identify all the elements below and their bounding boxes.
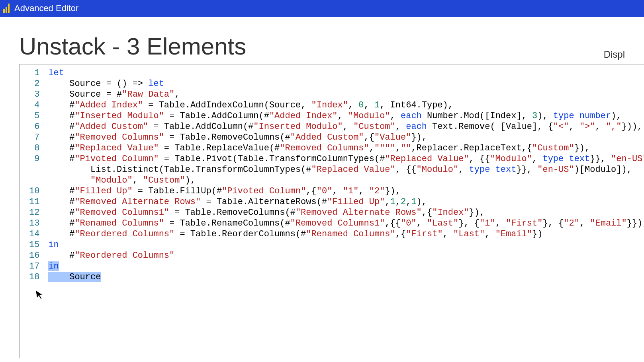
line-number: 3 [29, 89, 39, 100]
line-number: 18 [29, 272, 39, 282]
code-line: Source = #"Raw Data", [43, 89, 644, 100]
line-number: 5 [29, 111, 39, 121]
code-line: let [43, 68, 644, 78]
line-number: 1 [29, 68, 39, 78]
code-editor[interactable]: 1 2 3 4 5 6 7 8 9 10 11 12 13 14 15 16 1… [19, 64, 644, 358]
line-number: 9 [29, 154, 39, 164]
line-number [29, 175, 39, 186]
code-line: Source = () => let [43, 78, 644, 89]
code-line: #"Removed Columns1" = Table.RemoveColumn… [43, 207, 644, 218]
code-line: #"Replaced Value" = Table.ReplaceValue(#… [43, 143, 644, 154]
line-number: 14 [29, 229, 39, 239]
code-line: #"Inserted Modulo" = Table.AddColumn(#"A… [43, 111, 644, 121]
display-options-label[interactable]: Displ [604, 49, 625, 60]
code-line: #"Removed Columns" = Table.RemoveColumns… [43, 132, 644, 143]
line-number: 6 [29, 121, 39, 132]
line-number: 15 [29, 239, 39, 250]
query-header: Unstack - 3 Elements Displ [0, 17, 644, 64]
line-number [29, 164, 39, 175]
app-title: Advanced Editor [14, 3, 78, 14]
line-number: 4 [29, 100, 39, 111]
line-number: 8 [29, 143, 39, 154]
line-number: 13 [29, 218, 39, 229]
code-line: #"Reordered Columns" [43, 250, 644, 261]
line-number: 17 [29, 261, 39, 272]
code-pane[interactable]: let Source = () => let Source = #"Raw Da… [43, 64, 644, 358]
line-number: 16 [29, 250, 39, 261]
code-line: #"Filled Up" = Table.FillUp(#"Pivoted Co… [43, 186, 644, 197]
code-line: Source [43, 272, 644, 282]
code-line: #"Renamed Columns" = Table.RenameColumns… [43, 218, 644, 229]
line-number: 11 [29, 197, 39, 207]
code-line: #"Reordered Columns" = Table.ReorderColu… [43, 229, 644, 239]
title-bar: Advanced Editor [0, 0, 644, 17]
powerbi-icon [3, 4, 10, 13]
line-number: 10 [29, 186, 39, 197]
line-number: 7 [29, 132, 39, 143]
code-line: #"Added Index" = Table.AddIndexColumn(So… [43, 100, 644, 111]
query-name: Unstack - 3 Elements [19, 33, 246, 60]
code-line: List.Distinct(Table.TransformColumnTypes… [43, 164, 644, 175]
code-line: in [43, 239, 644, 250]
code-line: in [43, 261, 644, 272]
line-number-gutter: 1 2 3 4 5 6 7 8 9 10 11 12 13 14 15 16 1… [20, 64, 43, 358]
line-number: 12 [29, 207, 39, 218]
code-line: #"Added Custom" = Table.AddColumn(#"Inse… [43, 121, 644, 132]
code-line: #"Removed Alternate Rows" = Table.Altern… [43, 197, 644, 207]
code-line: "Modulo", "Custom"), [43, 175, 644, 186]
line-number: 2 [29, 78, 39, 89]
code-line: #"Pivoted Column" = Table.Pivot(Table.Tr… [43, 154, 644, 164]
